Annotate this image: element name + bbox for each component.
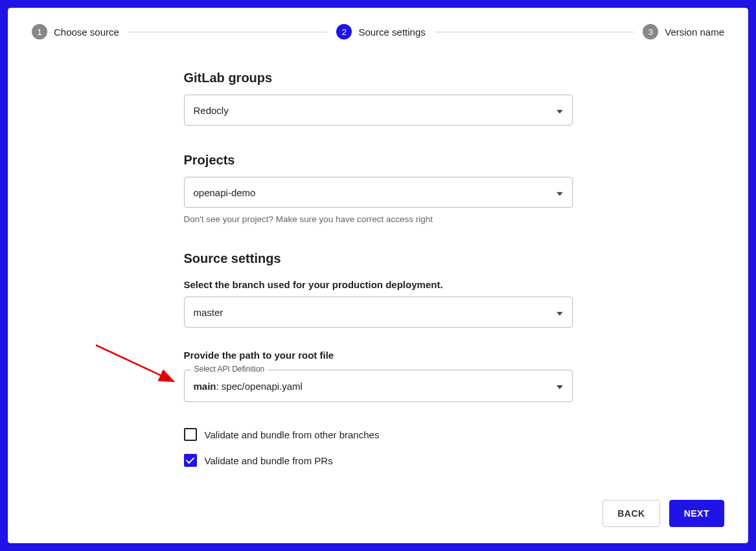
api-definition-legend: Select API Definition (191, 365, 268, 374)
checkbox-unchecked-icon (184, 428, 197, 441)
step-2[interactable]: 2 Source settings (336, 24, 425, 39)
projects-helper-text: Don't see your project? Make sure you ha… (184, 214, 573, 224)
branch-label: Select the branch used for your producti… (184, 279, 573, 290)
gitlab-groups-heading: GitLab groups (184, 71, 573, 85)
validate-prs-checkbox[interactable]: Validate and bundle from PRs (184, 454, 573, 467)
wizard-card: 1 Choose source 2 Source settings 3 Vers… (8, 8, 748, 543)
validate-branches-checkbox[interactable]: Validate and bundle from other branches (184, 428, 573, 441)
chevron-down-icon (556, 307, 563, 318)
stepper: 1 Choose source 2 Source settings 3 Vers… (32, 24, 724, 39)
footer-buttons: BACK NEXT (32, 500, 724, 527)
projects-select[interactable]: openapi-demo (184, 177, 573, 208)
chevron-down-icon (556, 105, 563, 116)
step-line (435, 32, 634, 32)
checkbox-group: Validate and bundle from other branches … (184, 428, 573, 467)
step-3-number: 3 (643, 24, 658, 39)
projects-heading: Projects (184, 153, 573, 168)
api-definition-value: main: spec/openapi.yaml (194, 381, 303, 392)
gitlab-groups-value: Redocly (194, 105, 229, 116)
back-button[interactable]: BACK (602, 500, 659, 527)
next-button[interactable]: NEXT (669, 500, 724, 527)
step-line (128, 32, 327, 32)
step-2-number: 2 (336, 24, 352, 39)
gitlab-groups-select[interactable]: Redocly (184, 95, 573, 126)
branch-select[interactable]: master (184, 297, 573, 328)
step-1-label: Choose source (54, 27, 119, 38)
chevron-down-icon (556, 187, 563, 198)
projects-value: openapi-demo (194, 187, 256, 198)
form-content: GitLab groups Redocly Projects openapi-d… (184, 71, 573, 500)
checkbox-checked-icon (184, 454, 197, 467)
step-3-label: Version name (665, 27, 724, 38)
step-1[interactable]: 1 Choose source (32, 24, 119, 39)
chevron-down-icon (556, 380, 563, 392)
source-settings-heading: Source settings (184, 251, 573, 266)
root-file-label: Provide the path to your root file (184, 350, 573, 361)
step-3[interactable]: 3 Version name (643, 24, 724, 39)
validate-prs-label: Validate and bundle from PRs (205, 455, 333, 466)
api-definition-select[interactable]: Select API Definition main: spec/openapi… (184, 370, 573, 402)
step-2-label: Source settings (358, 27, 425, 38)
validate-branches-label: Validate and bundle from other branches (205, 429, 380, 440)
step-1-number: 1 (32, 24, 47, 39)
branch-value: master (194, 307, 223, 318)
